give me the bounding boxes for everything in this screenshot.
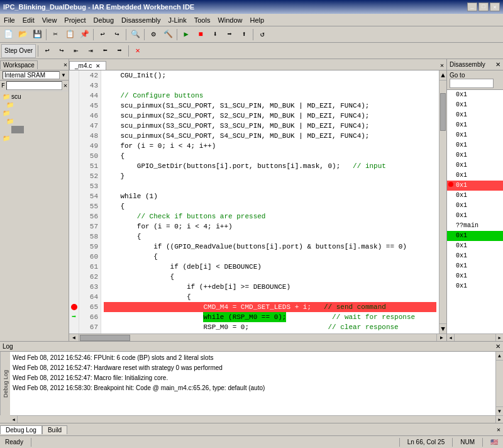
code-line[interactable]: RSP_M0 = 0; // clear response: [104, 322, 436, 332]
editor-panel-close[interactable]: ✕: [438, 61, 446, 70]
log-hscrollbar[interactable]: ◀ ▶: [10, 415, 503, 423]
tb2-btn3[interactable]: ⇤: [69, 44, 83, 58]
menu-jlink[interactable]: J-Link: [164, 16, 190, 25]
code-line[interactable]: GPIO_SetDir(buttons[i].port, buttons[i].…: [104, 161, 436, 171]
code-line[interactable]: {: [104, 292, 436, 302]
filter-clear[interactable]: ✕: [64, 82, 67, 89]
menu-window[interactable]: Window: [214, 16, 246, 25]
stop-red-btn[interactable]: ✕: [131, 44, 145, 58]
workspace-close[interactable]: ✕: [62, 61, 69, 69]
menu-tools[interactable]: Tools: [191, 16, 214, 25]
hscroll-right-btn[interactable]: ▶: [436, 334, 446, 341]
code-line[interactable]: // Check if buttons are pressed: [104, 211, 436, 221]
code-line[interactable]: // Configure buttons: [104, 91, 436, 101]
open-button[interactable]: 📂: [16, 28, 30, 42]
code-line[interactable]: if (deb[i] < DEBOUNCE): [104, 262, 436, 272]
code-line[interactable]: {: [104, 272, 436, 282]
tb2-btn6[interactable]: ➡: [113, 44, 126, 58]
step-over-btn[interactable]: Step Over: [1, 44, 36, 58]
redo-button[interactable]: ↪: [110, 28, 124, 42]
log-hscroll-left[interactable]: ◀: [10, 416, 18, 423]
workspace-dropdown[interactable]: Internal SRAM: [3, 71, 60, 79]
menu-project[interactable]: Project: [60, 16, 89, 25]
tab-debug-log[interactable]: Debug Log: [0, 425, 42, 434]
tb2-btn1[interactable]: ↩: [40, 44, 54, 58]
code-content[interactable]: CGU_Init(); // Configure buttons scu_pin…: [101, 70, 439, 333]
code-line[interactable]: scu_pinmux(S4_SCU_PORT, S4_SCU_PIN, MD_B…: [104, 131, 436, 141]
disasm-scroll-left[interactable]: ◀: [447, 334, 455, 341]
tb2-btn4[interactable]: ⇥: [84, 44, 97, 58]
tree-item-3[interactable]: 📁: [1, 109, 67, 117]
code-line[interactable]: CMD_M4 = CMD_SET_LEDS + i; // send comma…: [104, 302, 436, 312]
code-line[interactable]: for (i = 0; i < 4; i++): [104, 141, 436, 151]
menu-edit[interactable]: Edit: [19, 16, 38, 25]
log-scroll-up[interactable]: ▲: [496, 352, 503, 361]
paste-button[interactable]: 📌: [77, 28, 91, 42]
minimize-button[interactable]: _: [467, 3, 477, 11]
scroll-thumb[interactable]: [440, 93, 446, 131]
tree-item-1[interactable]: 📁 scu: [1, 92, 67, 101]
code-line[interactable]: scu_pinmux(S1_SCU_PORT, S1_SCU_PIN, MD_B…: [104, 101, 436, 111]
workspace-tab[interactable]: Workspace: [0, 60, 38, 69]
log-content[interactable]: Wed Feb 08, 2012 16:52:46: FPUnit: 6 cod…: [10, 352, 495, 415]
code-line[interactable]: scu_pinmux(S3_SCU_PORT, S3_SCU_PIN, MD_B…: [104, 121, 436, 131]
tab-build[interactable]: Build: [42, 425, 67, 434]
code-line[interactable]: {: [104, 252, 436, 262]
log-scroll-down[interactable]: ▼: [496, 406, 503, 415]
log-scrollbar[interactable]: ▲ ▼: [495, 352, 503, 415]
hscroll-left-btn[interactable]: ◀: [69, 334, 79, 341]
code-line[interactable]: if ((GPIO_ReadValue(buttons[i].port) & b…: [104, 242, 436, 252]
log-close[interactable]: ✕: [495, 343, 500, 350]
step-into-button[interactable]: ⬇: [208, 28, 222, 42]
code-line[interactable]: if (++deb[i] >= DEBOUNCE): [104, 282, 436, 292]
tree-item-6[interactable]: 📁: [1, 134, 67, 142]
log-panel-close-btn[interactable]: ✕: [494, 426, 503, 434]
compile-button[interactable]: ⚙: [146, 28, 160, 42]
log-hscroll-right[interactable]: ▶: [495, 416, 503, 423]
new-button[interactable]: 📄: [1, 28, 15, 42]
code-line[interactable]: while (RSP_M0 == 0); // wait for respons…: [104, 312, 436, 322]
editor-scrollbar[interactable]: ▲ ▼: [439, 70, 446, 333]
undo-button[interactable]: ↩: [96, 28, 109, 42]
code-line[interactable]: {: [104, 151, 436, 161]
breakpoint-dot[interactable]: [71, 304, 77, 310]
scroll-up-btn[interactable]: ▲: [439, 70, 446, 81]
menu-disassembly[interactable]: Disassembly: [118, 16, 164, 25]
disasm-scroll-track[interactable]: [455, 334, 495, 341]
tree-item-4[interactable]: 📁: [1, 117, 67, 125]
tree-item-5[interactable]: [1, 125, 67, 134]
build-button[interactable]: 🔨: [161, 28, 175, 42]
save-button[interactable]: 💾: [30, 28, 44, 42]
editor-hscrollbar[interactable]: ◀ ▶: [69, 333, 446, 341]
debug-go-button[interactable]: ▶: [179, 28, 193, 42]
copy-button[interactable]: 📋: [63, 28, 77, 42]
tree-item-2[interactable]: 📁: [1, 101, 67, 109]
editor-tab-close[interactable]: ✕: [96, 63, 101, 69]
menu-debug[interactable]: Debug: [90, 16, 118, 25]
hscroll-thumb[interactable]: [80, 335, 130, 341]
code-line[interactable]: {: [104, 201, 436, 211]
menu-view[interactable]: View: [38, 16, 61, 25]
disasm-scroll-right[interactable]: ▶: [495, 334, 503, 341]
maximize-button[interactable]: □: [478, 3, 489, 11]
reset-button[interactable]: ↺: [255, 28, 269, 42]
code-line[interactable]: [104, 181, 436, 191]
cut-button[interactable]: ✂: [48, 28, 62, 42]
menu-file[interactable]: File: [0, 16, 19, 25]
step-over-button[interactable]: ➡: [223, 28, 236, 42]
code-line[interactable]: while (1): [104, 191, 436, 201]
disasm-close[interactable]: ✕: [495, 61, 500, 68]
hscroll-track[interactable]: [79, 334, 436, 341]
goto-input[interactable]: [450, 79, 494, 88]
code-line[interactable]: {: [104, 232, 436, 242]
code-line[interactable]: for (i = 0; i < 4; i++): [104, 221, 436, 232]
editor-tab-m4c[interactable]: _m4.c ✕: [69, 61, 106, 70]
step-out-button[interactable]: ⬆: [237, 28, 251, 42]
workspace-dropdown-arrow[interactable]: ▼: [61, 72, 66, 78]
menu-help[interactable]: Help: [246, 16, 268, 25]
tb2-btn2[interactable]: ↪: [55, 44, 69, 58]
find-button[interactable]: 🔍: [128, 28, 142, 42]
debug-stop-button[interactable]: ■: [194, 28, 207, 42]
code-line[interactable]: scu_pinmux(S2_SCU_PORT, S2_SCU_PIN, MD_B…: [104, 111, 436, 121]
code-line[interactable]: }: [104, 171, 436, 181]
